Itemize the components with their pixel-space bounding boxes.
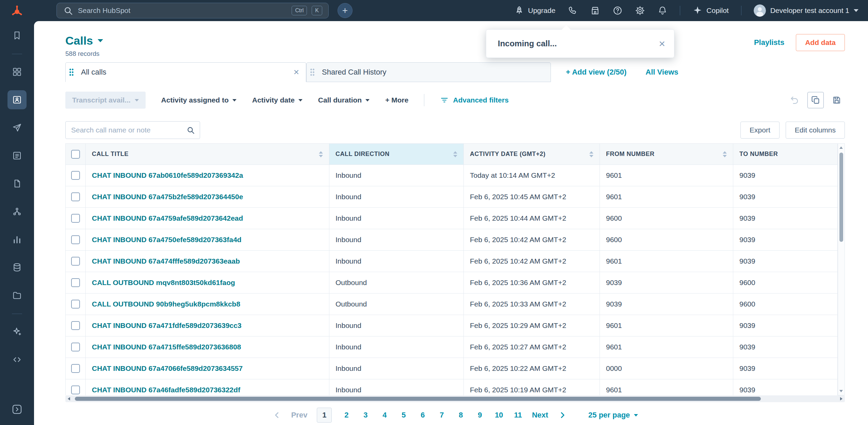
call-title-link[interactable]: CHAT INBOUND 67a4759afe589d2073642ead [92,214,243,222]
sidebar-item-workspaces[interactable] [7,62,27,81]
global-search[interactable]: Ctrl K [56,3,329,18]
page-button-4[interactable]: 4 [380,411,389,420]
row-checkbox[interactable] [71,321,80,330]
column-header-call-title[interactable]: CALL TITLE [86,144,329,165]
close-tab-icon[interactable]: × [294,67,299,77]
per-page-dropdown[interactable]: 25 per page [588,411,638,420]
clone-view-button[interactable] [807,92,824,108]
upgrade-button[interactable]: Upgrade [514,5,556,16]
help-icon[interactable] [612,5,623,16]
sidebar-item-data[interactable] [7,258,27,277]
page-button-6[interactable]: 6 [418,411,427,420]
call-title-link[interactable]: CHAT INBOUND 67a47066fe589d2073634557 [92,364,243,372]
column-header-call-direction[interactable]: CALL DIRECTION [329,144,464,165]
copilot-button[interactable]: Copilot [692,5,728,16]
call-title-link[interactable]: CHAT INBOUND 67a475b2fe589d207364450e [92,193,243,201]
quick-add-button[interactable]: + [338,3,353,18]
call-title-link[interactable]: CALL OUTBOUND mqv8nt803t50kd61faog [92,279,235,286]
page-button-8[interactable]: 8 [456,411,465,420]
tab-all-calls[interactable]: All calls × [65,62,306,82]
search-icon[interactable] [186,126,195,135]
sidebar-item-reporting[interactable] [7,230,27,249]
page-button-11[interactable]: 11 [513,411,522,420]
more-filters-button[interactable]: + More [385,96,408,104]
settings-icon[interactable] [635,5,645,16]
sort-icon[interactable] [586,151,593,157]
sidebar-item-workflows[interactable] [7,202,27,221]
page-title-caret-icon[interactable] [98,39,103,42]
table-search[interactable] [65,121,200,139]
notifications-icon[interactable] [657,5,668,16]
page-button-1[interactable]: 1 [317,408,332,423]
tab-shared-call-history[interactable]: Shared Call History [306,62,551,82]
sidebar-item-bookmarks[interactable] [7,26,27,45]
column-header-from-number[interactable]: FROM NUMBER [600,144,733,165]
all-views-link[interactable]: All Views [645,68,678,77]
drag-handle-icon[interactable] [310,68,314,76]
sidebar-item-ai[interactable] [7,322,27,341]
sidebar-item-documents[interactable] [7,174,27,193]
playlists-link[interactable]: Playlists [754,38,784,47]
advanced-filters-button[interactable]: Advanced filters [440,96,508,105]
row-checkbox[interactable] [71,171,80,180]
next-button[interactable]: Next [532,411,548,420]
row-checkbox[interactable] [71,278,80,287]
scroll-up-icon[interactable] [839,146,843,149]
next-chevron-icon[interactable] [558,410,567,420]
marketplace-icon[interactable] [590,5,600,16]
call-title-link[interactable]: CHAT INBOUND 67ab0610fe589d207369342a [92,171,243,179]
column-header-activity-date[interactable]: ACTIVITY DATE (GMT+2) [464,144,600,165]
select-all-checkbox[interactable] [71,150,80,159]
page-button-7[interactable]: 7 [437,411,446,420]
call-title-link[interactable]: CHAT INBOUND 67a4715ffe589d2073636808 [92,343,241,351]
page-button-2[interactable]: 2 [342,411,351,420]
edit-columns-button[interactable]: Edit columns [786,122,845,139]
filter-activity-assigned-to[interactable]: Activity assigned to [161,96,236,104]
filter-call-duration[interactable]: Call duration [318,96,370,104]
page-button-5[interactable]: 5 [399,411,408,420]
sidebar-item-library[interactable] [7,286,27,305]
page-button-3[interactable]: 3 [361,411,370,420]
export-button[interactable]: Export [740,122,780,139]
sort-icon[interactable] [450,151,457,157]
page-title[interactable]: Calls [65,34,93,47]
scroll-left-icon[interactable] [68,397,70,400]
drag-handle-icon[interactable] [69,68,73,76]
call-title-link[interactable]: CALL OUTBOUND 90b9heg5uk8pcm8kkcb8 [92,300,240,308]
sidebar-item-marketing[interactable] [7,118,27,137]
save-view-button[interactable] [829,92,845,108]
row-checkbox[interactable] [71,385,80,394]
row-checkbox[interactable] [71,235,80,244]
add-view-link[interactable]: + Add view (2/50) [566,68,626,77]
row-checkbox[interactable] [71,343,80,351]
call-title-link[interactable]: CHAT INBOUND 67a46fadfe589d20736322df [92,386,240,394]
horizontal-scrollbar-thumb[interactable] [75,397,761,401]
sidebar-item-crm[interactable] [7,90,27,109]
row-checkbox[interactable] [71,300,80,309]
sort-icon[interactable] [315,151,323,157]
call-title-link[interactable]: CHAT INBOUND 67a474fffe589d207363eaab [92,257,240,265]
close-icon[interactable]: × [659,38,665,49]
page-button-10[interactable]: 10 [494,411,503,420]
global-search-input[interactable] [78,6,287,15]
calling-icon[interactable] [568,5,578,16]
page-button-9[interactable]: 9 [475,411,484,420]
sidebar-item-lists[interactable] [7,146,27,165]
sidebar-item-development[interactable] [7,350,27,369]
vertical-scrollbar[interactable] [838,143,845,395]
row-checkbox[interactable] [71,257,80,266]
sidebar-expand-button[interactable] [7,400,27,419]
call-title-link[interactable]: CHAT INBOUND 67a4750efe589d207363fa4d [92,236,242,243]
add-data-button[interactable]: Add data [796,34,845,51]
column-header-to-number[interactable]: TO NUMBER [733,144,838,165]
sort-icon[interactable] [719,151,727,157]
account-menu[interactable]: Developer test account 1 [754,4,858,17]
vertical-scrollbar-thumb[interactable] [839,153,843,242]
call-title-link[interactable]: CHAT INBOUND 67a471fdfe589d2073639cc3 [92,321,242,329]
filter-activity-date[interactable]: Activity date [252,96,302,104]
horizontal-scrollbar[interactable] [65,395,845,402]
row-checkbox[interactable] [71,364,80,373]
scroll-right-icon[interactable] [840,397,842,400]
hubspot-logo[interactable] [0,4,34,17]
scroll-down-icon[interactable] [839,390,843,392]
